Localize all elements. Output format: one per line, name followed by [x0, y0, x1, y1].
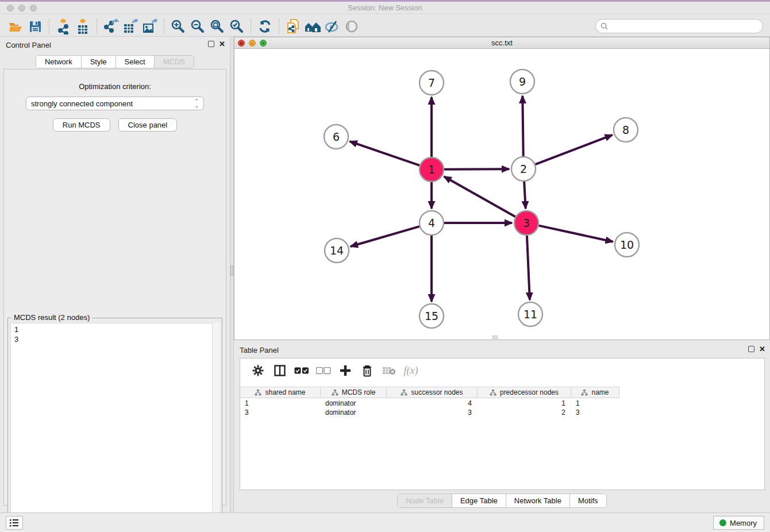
cell-name[interactable]: 1	[571, 399, 619, 408]
cell-predecessor-nodes[interactable]: 1	[478, 399, 571, 408]
cell-shared-name[interactable]: 1	[240, 399, 321, 408]
cell-successor-nodes[interactable]: 3	[387, 408, 478, 417]
export-table-icon[interactable]	[121, 18, 140, 35]
float-panel-icon[interactable]	[208, 41, 214, 47]
canvas-resize-grip[interactable]	[492, 336, 498, 339]
cell-MCDS-role[interactable]: dominator	[321, 399, 387, 408]
close-panel-button[interactable]: Close panel	[118, 118, 178, 132]
zoom-in-icon[interactable]	[168, 18, 188, 35]
table-row[interactable]: 1dominator411	[240, 399, 764, 408]
add-column-icon[interactable]	[334, 361, 356, 380]
node-14[interactable]: 14	[325, 238, 349, 263]
titlebar: Session: New Session	[0, 0, 770, 14]
table-row[interactable]: 3dominator323	[240, 408, 764, 417]
open-session-icon[interactable]	[6, 18, 25, 35]
function-builder-icon[interactable]: f(x)	[400, 361, 422, 380]
cell-MCDS-role[interactable]: dominator	[321, 408, 387, 417]
node-10[interactable]: 10	[615, 233, 639, 257]
close-panel-icon[interactable]: ✕	[219, 41, 225, 47]
edge-3-1[interactable]	[444, 176, 515, 217]
node-8[interactable]: 8	[614, 118, 638, 142]
edge-2-8[interactable]	[536, 135, 613, 164]
show-columns-icon[interactable]	[269, 361, 291, 380]
mcds-result-text[interactable]: 1 3	[10, 323, 220, 527]
node-6[interactable]: 6	[324, 125, 348, 149]
tab-style[interactable]: Style	[82, 56, 116, 68]
criterion-select[interactable]: strongly connected component ⌃⌄	[26, 97, 204, 110]
node-11[interactable]: 11	[518, 302, 542, 326]
first-neighbors-icon[interactable]	[303, 18, 322, 35]
zoom-out-icon[interactable]	[188, 18, 207, 35]
node-4[interactable]: 4	[419, 211, 444, 235]
float-table-panel-icon[interactable]	[748, 346, 754, 352]
window-title: Session: New Session	[0, 3, 770, 12]
svg-text:9: 9	[519, 75, 526, 88]
column-header-shared-name[interactable]: shared name	[240, 387, 321, 398]
search-field	[595, 19, 763, 33]
edge-1-6[interactable]	[350, 141, 420, 165]
settings-gear-icon[interactable]	[247, 361, 269, 380]
tab-edge-table[interactable]: Edge Table	[452, 494, 506, 507]
svg-text:11: 11	[523, 308, 537, 321]
tab-mcds[interactable]: MCDS	[155, 56, 194, 68]
delete-table-icon[interactable]	[378, 361, 400, 380]
delete-column-icon[interactable]	[356, 361, 378, 380]
hierarchy-icon	[332, 390, 338, 396]
result-scrollbar[interactable]	[212, 323, 220, 527]
zoom-fit-icon[interactable]	[207, 18, 227, 35]
tab-network[interactable]: Network	[36, 56, 82, 68]
hierarchy-icon	[401, 390, 407, 396]
select-all-icon[interactable]	[291, 361, 313, 380]
zoom-selected-icon[interactable]	[227, 18, 247, 35]
run-mcds-button[interactable]: Run MCDS	[53, 118, 110, 132]
node-1[interactable]: 1	[419, 157, 444, 182]
column-header-successor-nodes[interactable]: successor nodes	[387, 387, 478, 398]
splitter-grip[interactable]	[230, 265, 233, 276]
tab-select[interactable]: Select	[116, 56, 155, 68]
cell-name[interactable]: 3	[571, 408, 619, 417]
edge-2-3[interactable]	[524, 182, 526, 209]
memory-button[interactable]: Memory	[713, 516, 764, 530]
tab-motifs[interactable]: Motifs	[570, 494, 606, 507]
edge-2-9[interactable]	[522, 96, 523, 156]
export-image-icon[interactable]	[140, 18, 160, 35]
vertical-splitter[interactable]	[230, 37, 234, 512]
deselect-all-icon[interactable]	[313, 361, 334, 380]
export-network-icon[interactable]	[101, 18, 121, 35]
tab-node-table[interactable]: Node Table	[398, 494, 452, 507]
node-2[interactable]: 2	[511, 157, 536, 181]
column-header-predecessor-nodes[interactable]: predecessor nodes	[478, 387, 571, 398]
edge-3-11[interactable]	[527, 236, 530, 300]
tab-network-table[interactable]: Network Table	[506, 494, 570, 507]
close-table-panel-icon[interactable]: ✕	[759, 346, 765, 352]
task-history-button[interactable]	[6, 516, 23, 530]
column-header-name[interactable]: name	[571, 387, 619, 398]
edge-3-10[interactable]	[538, 226, 613, 242]
node-3[interactable]: 3	[514, 211, 538, 235]
cell-successor-nodes[interactable]: 4	[387, 399, 478, 408]
import-network-icon[interactable]	[53, 18, 73, 35]
mcds-panel: Optimization criterion: strongly connect…	[3, 69, 226, 506]
duplicate-network-icon[interactable]	[283, 18, 303, 35]
cell-predecessor-nodes[interactable]: 2	[478, 408, 571, 417]
column-header-MCDS-role[interactable]: MCDS role	[321, 387, 387, 398]
node-9[interactable]: 9	[510, 70, 534, 94]
table-rows: 1dominator4113dominator323	[240, 399, 764, 417]
cell-shared-name[interactable]: 3	[240, 408, 321, 417]
main-toolbar	[0, 16, 770, 37]
network-canvas[interactable]: 7968124314101511	[234, 49, 769, 340]
save-session-icon[interactable]	[25, 18, 45, 35]
node-15[interactable]: 15	[419, 304, 444, 328]
edge-1-2[interactable]	[444, 169, 509, 169]
control-panel-header: Control Panel ✕	[0, 39, 230, 52]
search-input[interactable]	[611, 22, 763, 30]
show-graphics-icon[interactable]	[342, 18, 361, 35]
refresh-layout-icon[interactable]	[255, 18, 275, 35]
svg-text:10: 10	[620, 238, 634, 251]
svg-text:1: 1	[428, 163, 435, 176]
edge-4-14[interactable]	[351, 226, 419, 246]
node-7[interactable]: 7	[419, 71, 444, 95]
import-table-icon[interactable]	[73, 18, 93, 35]
hide-details-icon[interactable]	[322, 18, 342, 35]
control-panel-tabs: NetworkStyleSelectMCDS	[0, 55, 230, 68]
